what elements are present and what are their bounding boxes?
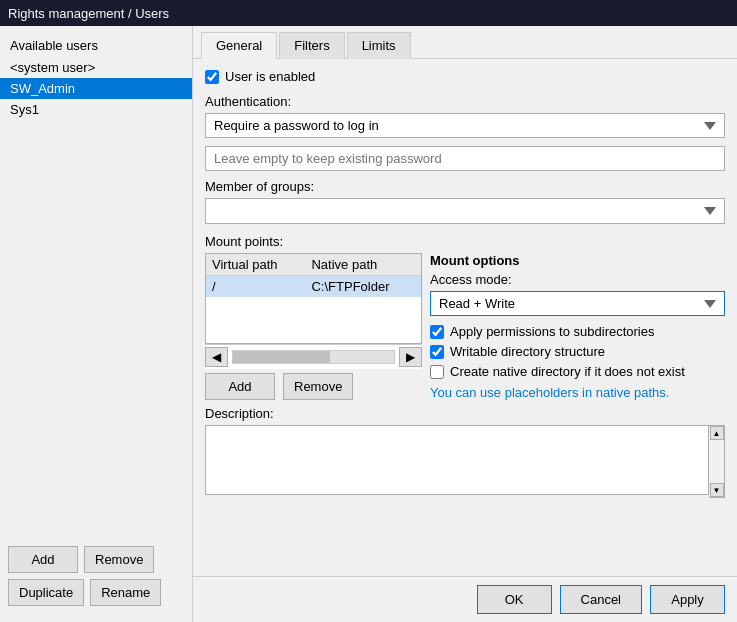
writable-dir-checkbox[interactable] (430, 345, 444, 359)
user-item-swadmin[interactable]: SW_Admin (0, 78, 192, 99)
bottom-bar: OK Cancel Apply (193, 576, 737, 622)
apply-permissions-row: Apply permissions to subdirectories (430, 324, 725, 339)
rename-user-button[interactable]: Rename (90, 579, 161, 606)
remove-user-button[interactable]: Remove (84, 546, 154, 573)
user-enabled-row: User is enabled (205, 69, 725, 84)
create-native-row: Create native directory if it does not e… (430, 364, 725, 379)
member-of-groups-label: Member of groups: (205, 179, 725, 194)
password-input[interactable] (205, 146, 725, 171)
add-mount-button[interactable]: Add (205, 373, 275, 400)
user-list: <system user> SW_Admin Sys1 (0, 57, 192, 538)
access-mode-label: Access mode: (430, 272, 725, 287)
user-item-system[interactable]: <system user> (0, 57, 192, 78)
mount-table-container: Virtual path Native path / C:\FTPFolder (205, 253, 422, 344)
horizontal-scrollbar[interactable] (232, 350, 395, 364)
remove-mount-button[interactable]: Remove (283, 373, 353, 400)
writable-dir-label: Writable directory structure (450, 344, 605, 359)
left-panel: Available users <system user> SW_Admin S… (0, 26, 193, 622)
available-users-label: Available users (0, 34, 192, 57)
user-enabled-checkbox[interactable] (205, 70, 219, 84)
description-wrapper: ▲ ▼ (205, 425, 725, 498)
user-enabled-label: User is enabled (225, 69, 315, 84)
authentication-label: Authentication: (205, 94, 725, 109)
authentication-dropdown[interactable]: Require a password to log in (205, 113, 725, 138)
scroll-right-button[interactable]: ▶ (399, 347, 422, 367)
apply-permissions-checkbox[interactable] (430, 325, 444, 339)
tab-limits[interactable]: Limits (347, 32, 411, 59)
mount-points-label: Mount points: (205, 234, 725, 249)
ok-button[interactable]: OK (477, 585, 552, 614)
right-panel: General Filters Limits User is enabled A… (193, 26, 737, 622)
placeholder-link[interactable]: You can use placeholders in native paths… (430, 385, 725, 400)
tabs: General Filters Limits (193, 26, 737, 59)
tab-content-general: User is enabled Authentication: Require … (193, 59, 737, 576)
table-row[interactable]: / C:\FTPFolder (206, 276, 421, 298)
mount-buttons: Add Remove (205, 373, 422, 400)
apply-permissions-label: Apply permissions to subdirectories (450, 324, 654, 339)
tab-filters[interactable]: Filters (279, 32, 344, 59)
title-label: Rights management / Users (8, 6, 169, 21)
title-bar: Rights management / Users (0, 0, 737, 26)
groups-dropdown[interactable] (205, 198, 725, 224)
cancel-button[interactable]: Cancel (560, 585, 642, 614)
scroll-left-button[interactable]: ◀ (205, 347, 228, 367)
tab-general[interactable]: General (201, 32, 277, 59)
description-label: Description: (205, 406, 725, 421)
col-virtual-path: Virtual path (206, 254, 305, 276)
desc-scroll-up-button[interactable]: ▲ (710, 426, 724, 440)
create-native-label: Create native directory if it does not e… (450, 364, 685, 379)
mount-points-area: Virtual path Native path / C:\FTPFolder (205, 253, 725, 400)
access-mode-dropdown[interactable]: Read + Write Read Only Write Only (430, 291, 725, 316)
duplicate-user-button[interactable]: Duplicate (8, 579, 84, 606)
description-scrollbar: ▲ ▼ (709, 425, 725, 498)
desc-scroll-down-button[interactable]: ▼ (710, 483, 724, 497)
apply-button[interactable]: Apply (650, 585, 725, 614)
cell-virtual-path: / (206, 276, 305, 298)
add-user-button[interactable]: Add (8, 546, 78, 573)
mount-table-section: Virtual path Native path / C:\FTPFolder (205, 253, 422, 400)
writable-dir-row: Writable directory structure (430, 344, 725, 359)
mount-table: Virtual path Native path / C:\FTPFolder (206, 254, 421, 297)
left-panel-buttons: Add Remove Duplicate Rename (0, 538, 192, 614)
mount-options-panel: Mount options Access mode: Read + Write … (430, 253, 725, 400)
description-textarea[interactable] (205, 425, 709, 495)
create-native-checkbox[interactable] (430, 365, 444, 379)
cell-native-path: C:\FTPFolder (305, 276, 421, 298)
user-item-sys1[interactable]: Sys1 (0, 99, 192, 120)
mount-options-title: Mount options (430, 253, 725, 268)
mount-scroll-nav: ◀ ▶ (205, 344, 422, 369)
col-native-path: Native path (305, 254, 421, 276)
